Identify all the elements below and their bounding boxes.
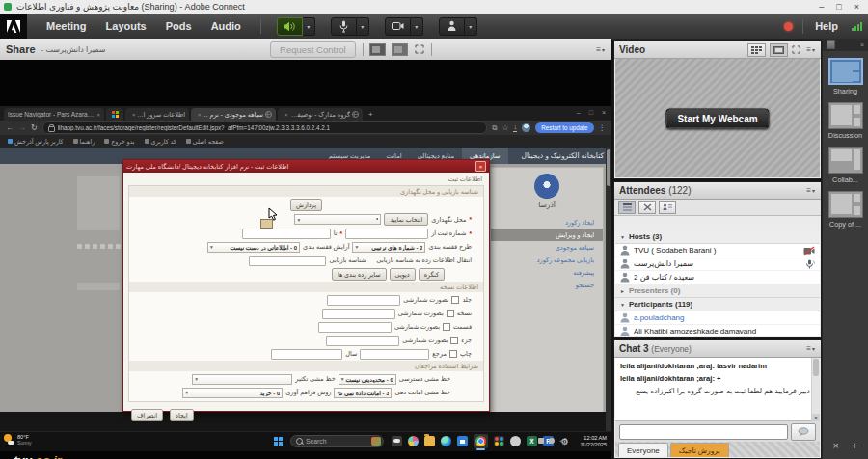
browser-tab-active[interactable]: سیاهه موجودی - نرم افزار کتابخا...× [191,108,276,121]
address-bar[interactable]: lihapp.tvu.ac.ir/faces/storage/register/… [42,122,488,134]
pinned-tab[interactable] [106,108,123,121]
webcam-icon[interactable] [385,17,411,36]
taskbar-search[interactable]: Search [290,435,384,447]
copy-input[interactable] [322,309,395,319]
bookmark-item[interactable]: بدو خروج [104,138,134,145]
browser-tab[interactable]: گروه مدارک - توصیفگر - حساب...× [278,108,363,121]
favorite-star-icon[interactable]: ☆ [502,124,509,132]
part-input[interactable] [318,322,392,333]
volume-count-checkbox[interactable] [451,296,459,304]
chat-input[interactable] [619,424,788,440]
close-icon[interactable]: × [854,0,859,14]
people-app-icon[interactable] [408,436,419,446]
process-button[interactable]: پردازش [290,199,322,211]
choose-location-button[interactable]: انتخاب نمایید [384,213,428,226]
tab-close-icon[interactable]: × [285,112,288,118]
access-policy-select[interactable]: 0 - محدودیتی نیست▾ [339,374,396,385]
year-input[interactable] [271,349,342,360]
congress-button[interactable]: کنگره [419,268,445,281]
status-view-icon[interactable] [659,201,676,214]
menu-advanced[interactable]: پیشرفته [491,266,603,279]
dewey-button[interactable]: دیویی [390,268,416,281]
chat-pod-menu-icon[interactable]: ≡▾ [806,344,816,353]
request-control-button[interactable]: Request Control [270,41,356,58]
new-tab-icon[interactable]: + [368,110,373,119]
layout-thumbnail-copy[interactable] [828,191,863,218]
attendee-row[interactable]: Ali Khatibi amozeshkade damavand [615,325,820,336]
raise-hand-icon[interactable] [439,17,465,36]
acquisition-select[interactable]: 0 - خرید▾ [182,388,283,398]
share-view-alt-icon[interactable] [392,43,408,56]
cancel-button[interactable]: انصراف [131,409,163,421]
tab-close-icon[interactable]: × [132,112,136,118]
downloads-icon[interactable]: ↓ [513,123,517,132]
part-count-checkbox[interactable] [443,323,450,331]
microphone-dropdown-icon[interactable]: ▾ [357,17,369,36]
bookmark-item[interactable]: کد کاربری [145,138,176,145]
dialog-close-icon[interactable]: × [475,161,486,172]
hosts-section-header[interactable]: ▼ Hosts (3) [615,230,820,244]
menu-pods[interactable]: Pods [166,20,192,32]
delete-layout-icon[interactable]: × [833,440,839,451]
tray-expand-icon[interactable]: ^ [530,437,533,444]
menu-meeting[interactable]: Meeting [46,20,87,32]
register-from-input[interactable] [345,229,428,239]
maximize-icon[interactable]: □ [836,0,841,14]
fullscreen-icon[interactable] [415,44,424,54]
gray-app-icon[interactable] [510,436,521,446]
attendees-pod-menu-icon[interactable]: ≡▾ [806,186,816,195]
layouts-panel-icon[interactable] [827,40,835,49]
add-layout-icon[interactable]: + [852,440,857,451]
loan-policy-select[interactable]: 3 - امانت داده نمی شود▾ [334,388,392,398]
share-view-icon[interactable] [369,43,386,56]
menu-search[interactable]: جستجو [491,279,603,291]
chat-tab-everyone[interactable]: Everyone [618,443,668,457]
retrieval-id-input[interactable] [249,256,326,266]
teams-chat-icon[interactable] [392,436,402,446]
reference-checkbox[interactable] [449,350,457,358]
start-button-icon[interactable] [274,437,283,446]
single-view-icon[interactable] [770,43,788,57]
refresh-icon[interactable]: ↻ [31,124,38,132]
tray-app-icon[interactable] [549,438,555,444]
participants-section-header[interactable]: ▼ Participants (119) [615,298,820,311]
minimize-icon[interactable]: – [819,0,824,14]
browser-tab[interactable]: اطلاعات سرور portal× [125,108,189,121]
attendee-list-view-icon[interactable] [618,201,636,214]
layout-thumbnail-sharing[interactable] [828,58,863,85]
menu-retrieve-set[interactable]: بازیابی مجموعه رکورد [491,254,603,266]
menu-inventory[interactable]: سیاهه موجودی [491,241,603,254]
close-icon[interactable]: × [602,109,606,116]
layout-thumbnail-collaboration[interactable] [828,147,863,174]
back-icon[interactable]: ← [6,124,14,132]
colorful-app-icon[interactable] [494,436,504,446]
tray-app-icon[interactable] [538,438,544,444]
video-pod-menu-icon[interactable]: ≡▾ [806,45,816,54]
page-scrollbar[interactable] [606,148,611,431]
volume-input[interactable] [327,295,400,306]
tab-close-icon[interactable]: × [198,112,202,118]
shelf-plan-select[interactable]: 2 - شماره های ترتیبی▾ [352,242,425,253]
layout-thumbnail-discussion[interactable] [828,102,863,129]
create-button[interactable]: ایجاد [170,409,193,421]
speaker-icon[interactable] [277,17,303,36]
translate-icon[interactable]: ⧉ [492,124,497,132]
webcam-dropdown-icon[interactable]: ▾ [411,17,423,36]
send-message-button[interactable] [791,423,816,441]
speaker-dropdown-icon[interactable]: ▾ [303,17,315,36]
other-class-button[interactable]: سایر رده بندی ها [332,268,387,281]
microphone-icon[interactable] [331,17,357,36]
bookmark-item[interactable]: راهنما [73,138,95,145]
url-text[interactable]: lihapp.tvu.ac.ir/faces/storage/register/… [58,124,330,131]
bookmark-item[interactable]: کاربر پارس آذرخش [8,138,64,145]
filmstrip-view-icon[interactable] [747,43,766,57]
piece-input[interactable] [326,336,399,346]
taskbar-clock[interactable]: 12:02 AM 11/22/2025 [580,435,607,448]
browser-update-button[interactable]: Restart to update [535,122,593,133]
connection-signal-icon[interactable] [852,22,862,31]
tab-close-icon[interactable]: × [96,112,100,118]
attendee-row[interactable]: TVU ( Sodabeh Barani ) [615,244,820,257]
shelf-order-select[interactable]: 0 - اطلاعاتی در دست نیست▾ [207,242,300,253]
edge-icon[interactable] [441,436,451,446]
help-menu[interactable]: Help [815,20,838,32]
